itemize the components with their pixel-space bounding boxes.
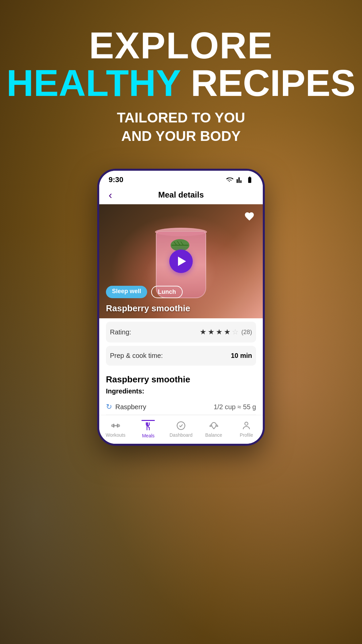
profile-icon	[241, 420, 252, 431]
tag-sleep-well[interactable]: Sleep well	[106, 286, 147, 298]
balance-label: Balance	[205, 432, 222, 438]
page-content: EXPLORE HEALTHY RECIPES TAILORED TO YOUA…	[0, 0, 362, 446]
headline-middle: HEALTHY RECIPES	[6, 64, 355, 102]
tags-row: Sleep well Lunch	[106, 286, 183, 298]
ingredients-label: Ingredients:	[106, 387, 256, 395]
nav-item-dashboard[interactable]: Dashboard	[168, 420, 194, 438]
status-icons	[226, 176, 253, 183]
workouts-icon	[110, 420, 121, 431]
star-3: ★	[216, 328, 223, 336]
headline-explore: EXPLORE	[6, 27, 355, 64]
recipe-section: Raspberry smoothie Ingredients: ↻ Raspbe…	[99, 369, 263, 415]
recipe-title: Raspberry smoothie	[106, 374, 256, 385]
cook-time-label: Prep & cook time:	[110, 352, 163, 360]
signal-icon	[236, 176, 243, 183]
hero-image: Sleep well Lunch Raspberry smoothie	[99, 204, 263, 318]
ingredient-amount: 1/2 cup ≈ 55 g	[214, 403, 256, 411]
headline-healthy: HEALTHY	[6, 62, 180, 104]
wifi-icon	[226, 176, 233, 183]
star-1: ★	[200, 328, 206, 336]
nav-item-meals[interactable]: Meals	[135, 419, 162, 438]
subtitle-bold: TAILORED	[117, 110, 188, 125]
rating-label: Rating:	[110, 328, 131, 336]
nav-item-workouts[interactable]: Workouts	[102, 420, 129, 438]
svg-rect-8	[117, 424, 118, 427]
profile-label: Profile	[240, 432, 253, 438]
heart-icon	[244, 211, 255, 222]
svg-point-12	[177, 422, 185, 429]
page-title: Meal details	[158, 190, 204, 200]
meals-label: Meals	[142, 433, 155, 438]
play-button[interactable]	[169, 250, 193, 273]
ingredient-icon: ↻	[106, 402, 112, 411]
lotus-icon	[209, 421, 219, 430]
dashboard-label: Dashboard	[170, 432, 193, 438]
svg-rect-7	[113, 424, 114, 427]
subtitle: TAILORED TO YOUAND YOUR BODY	[6, 109, 355, 145]
stars-container: ★ ★ ★ ★ ☆ (28)	[200, 328, 252, 336]
svg-point-13	[245, 422, 248, 425]
bottom-nav: Workouts Meals	[99, 415, 263, 444]
rating-count: (28)	[241, 329, 252, 336]
nav-header: ‹ Meal details	[99, 187, 263, 204]
favorite-button[interactable]	[243, 210, 256, 223]
nav-item-balance[interactable]: Balance	[200, 420, 227, 438]
headline-block: EXPLORE HEALTHY RECIPES TAILORED TO YOUA…	[6, 27, 355, 145]
phone-mockup: 9:30 ‹ Meal details	[97, 169, 265, 446]
ingredient-name: Raspberry	[115, 403, 146, 411]
rating-row: Rating: ★ ★ ★ ★ ☆ (28)	[106, 322, 256, 342]
cook-time-row: Prep & cook time: 10 min	[106, 346, 256, 366]
tag-lunch[interactable]: Lunch	[151, 286, 183, 298]
meal-title: Raspberry smoothie	[106, 303, 190, 313]
person-icon	[242, 421, 251, 430]
back-button[interactable]: ‹	[109, 189, 112, 201]
star-5: ☆	[232, 328, 239, 336]
ingredient-left: ↻ Raspberry	[106, 402, 146, 411]
dumbbell-icon	[111, 421, 120, 430]
info-section: Rating: ★ ★ ★ ★ ☆ (28) Prep & cook time:…	[99, 322, 263, 366]
star-4: ★	[224, 328, 231, 336]
ingredient-row: ↻ Raspberry 1/2 cup ≈ 55 g	[106, 399, 256, 415]
star-2: ★	[208, 328, 215, 336]
fork-knife-icon	[143, 422, 153, 431]
nav-item-profile[interactable]: Profile	[233, 420, 260, 438]
cook-time-value: 10 min	[231, 352, 252, 360]
balance-icon	[208, 420, 219, 431]
status-bar: 9:30	[99, 171, 263, 187]
headline-recipes: RECIPES	[180, 62, 356, 104]
meals-icon	[143, 421, 154, 432]
meal-title-bar: Raspberry smoothie	[106, 303, 190, 314]
battery-icon	[246, 176, 253, 183]
workouts-label: Workouts	[106, 432, 125, 438]
dashboard-icon	[176, 420, 186, 431]
status-time: 9:30	[109, 175, 123, 184]
checkmark-circle-icon	[176, 421, 186, 430]
